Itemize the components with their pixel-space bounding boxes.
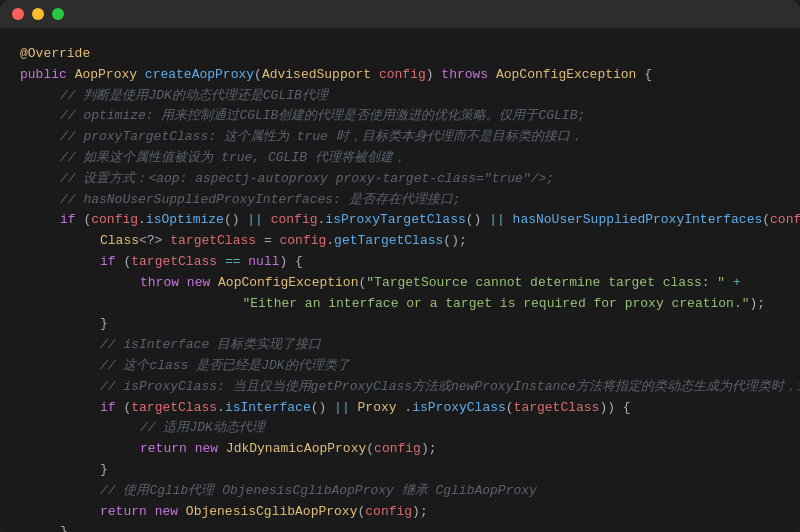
line-13: "Either an interface or a target is requ… xyxy=(20,294,780,315)
traffic-lights xyxy=(12,8,64,20)
titlebar xyxy=(0,0,800,28)
minimize-button[interactable] xyxy=(32,8,44,20)
line-6: // 如果这个属性值被设为 true, CGLIB 代理将被创建， xyxy=(20,148,780,169)
line-3: // 判断是使用JDK的动态代理还是CGLIB代理 xyxy=(20,86,780,107)
line-14: } xyxy=(20,314,780,335)
line-20: return new JdkDynamicAopProxy(config); xyxy=(20,439,780,460)
line-17: // isProxyClass: 当且仅当使用getProxyClass方法或n… xyxy=(20,377,780,398)
line-2: public AopProxy createAopProxy(AdvisedSu… xyxy=(20,65,780,86)
line-7: // 设置方式：<aop: aspectj-autoproxy proxy-ta… xyxy=(20,169,780,190)
line-22: // 使用Cglib代理 ObjenesisCglibAopProxy 继承 C… xyxy=(20,481,780,502)
line-18: if (targetClass.isInterface() || Proxy .… xyxy=(20,398,780,419)
line-16: // 这个class 是否已经是JDK的代理类了 xyxy=(20,356,780,377)
maximize-button[interactable] xyxy=(52,8,64,20)
line-23: return new ObjenesisCglibAopProxy(config… xyxy=(20,502,780,523)
line-9: if (config.isOptimize() || config.isProx… xyxy=(20,210,780,231)
line-4: // optimize: 用来控制通过CGLIB创建的代理是否使用激进的优化策略… xyxy=(20,106,780,127)
line-15: // isInterface 目标类实现了接口 xyxy=(20,335,780,356)
line-21: } xyxy=(20,460,780,481)
line-1: @Override xyxy=(20,44,780,65)
line-11: if (targetClass == null) { xyxy=(20,252,780,273)
code-editor[interactable]: @Override public AopProxy createAopProxy… xyxy=(0,28,800,532)
line-10: Class<?> targetClass = config.getTargetC… xyxy=(20,231,780,252)
line-19: // 适用JDK动态代理 xyxy=(20,418,780,439)
line-12: throw new AopConfigException("TargetSour… xyxy=(20,273,780,294)
line-8: // hasNoUserSuppliedProxyInterfaces: 是否存… xyxy=(20,190,780,211)
line-5: // proxyTargetClass: 这个属性为 true 时，目标类本身代… xyxy=(20,127,780,148)
editor-window: @Override public AopProxy createAopProxy… xyxy=(0,0,800,532)
line-24: } xyxy=(20,522,780,532)
close-button[interactable] xyxy=(12,8,24,20)
